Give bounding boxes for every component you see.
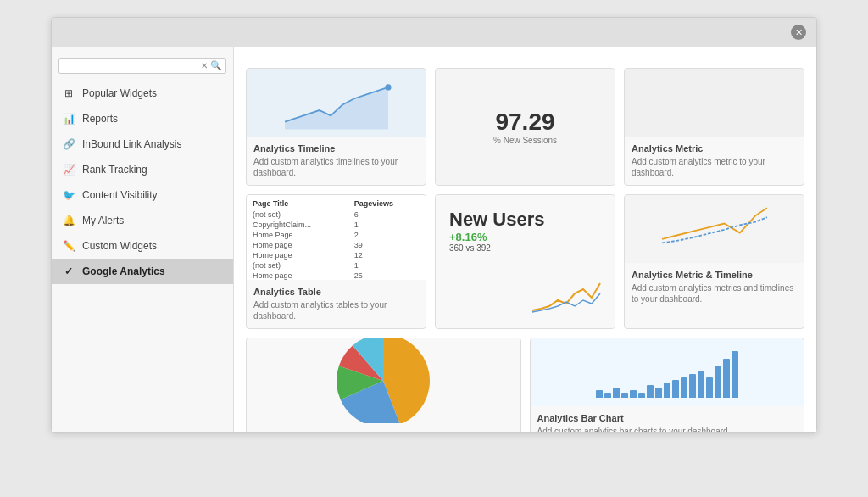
page-wrapper: ✕ ✕ 🔍 ⊞ Popular Widgets 📊 Reports bbox=[0, 0, 868, 433]
widget-row-1: Page TitlePageviews(not set)6CopyrightCl… bbox=[246, 194, 804, 329]
widget-title: Analytics Metric bbox=[632, 143, 797, 154]
widget-row-2: Analytics Pie Chart Add custom analytics… bbox=[246, 338, 804, 432]
widget-title: Analytics Bar Chart bbox=[537, 413, 798, 423]
bar-segment bbox=[698, 371, 704, 398]
clear-search-icon[interactable]: ✕ bbox=[201, 61, 208, 70]
widget-card-analytics-metric-timeline[interactable]: Analytics Metric & Timeline Add custom a… bbox=[624, 194, 804, 329]
widgets-grid: Analytics Timeline Add custom analytics … bbox=[246, 68, 804, 432]
close-area[interactable]: ✕ bbox=[787, 25, 806, 40]
widget-row-0: Analytics Timeline Add custom analytics … bbox=[246, 68, 804, 186]
bar-segment bbox=[689, 374, 696, 398]
sidebar-item-content-visibility[interactable]: 🐦 Content Visibility bbox=[52, 182, 233, 208]
new-users-title: New Users bbox=[449, 209, 601, 231]
link-icon: 🔗 bbox=[62, 137, 75, 151]
bar-segment bbox=[604, 393, 611, 398]
modal: ✕ ✕ 🔍 ⊞ Popular Widgets 📊 Reports bbox=[51, 17, 817, 433]
sidebar-item-popular-widgets[interactable]: ⊞ Popular Widgets bbox=[52, 81, 233, 106]
modal-header: ✕ bbox=[52, 18, 816, 47]
widget-desc: Add custom analytics bar charts to your … bbox=[537, 426, 798, 432]
widget-title: Analytics Metric & Timeline bbox=[632, 270, 797, 280]
chart-icon: 📈 bbox=[62, 163, 75, 176]
bar-segment bbox=[613, 388, 620, 398]
search-input[interactable] bbox=[63, 61, 164, 71]
sidebar-item-google-analytics[interactable]: ✓ Google Analytics bbox=[52, 259, 233, 284]
sidebar-item-label: Custom Widgets bbox=[82, 240, 157, 252]
widget-card-analytics-table[interactable]: Page TitlePageviews(not set)6CopyrightCl… bbox=[246, 194, 426, 329]
sidebar-item-label: InBound Link Analysis bbox=[82, 138, 181, 150]
sidebar-item-label: Reports bbox=[82, 113, 118, 125]
search-bar: ✕ 🔍 bbox=[58, 58, 226, 74]
bar-segment bbox=[672, 380, 679, 398]
sidebar-item-reports[interactable]: 📊 Reports bbox=[52, 106, 233, 131]
widget-desc: Add custom analytics tables to your dash… bbox=[253, 299, 419, 321]
sidebar-item-label: My Alerts bbox=[82, 215, 124, 226]
bar-segment bbox=[715, 366, 721, 398]
sidebar-item-rank-tracking[interactable]: 📈 Rank Tracking bbox=[52, 157, 233, 182]
bar-segment bbox=[621, 393, 628, 398]
bar-segment bbox=[596, 390, 603, 398]
modal-body: ✕ 🔍 ⊞ Popular Widgets 📊 Reports 🔗 InBoun… bbox=[52, 47, 816, 432]
analytics-icon: ✓ bbox=[62, 265, 75, 278]
metric-sub: % New Sessions bbox=[493, 136, 557, 145]
bar-icon: 📊 bbox=[62, 112, 75, 126]
widget-desc: Add custom analytics metric to your dash… bbox=[632, 156, 797, 178]
sidebar-item-custom-widgets[interactable]: ✏️ Custom Widgets bbox=[52, 233, 233, 259]
bar-segment bbox=[638, 393, 645, 398]
metric-value: 97.29 bbox=[495, 109, 554, 136]
sidebar-items-container: ⊞ Popular Widgets 📊 Reports 🔗 InBound Li… bbox=[52, 81, 233, 284]
bar-segment bbox=[630, 390, 637, 398]
page-top-title bbox=[0, 0, 868, 17]
bar-segment bbox=[655, 388, 662, 398]
twitter-icon: 🐦 bbox=[62, 188, 75, 202]
widget-card-analytics-metric-num[interactable]: 97.29 % New Sessions bbox=[435, 68, 615, 186]
bar-segment bbox=[664, 383, 670, 398]
sidebar-item-label: Popular Widgets bbox=[82, 87, 157, 99]
svg-marker-0 bbox=[285, 87, 388, 130]
widget-card-analytics-timeline[interactable]: Analytics Timeline Add custom analytics … bbox=[246, 68, 426, 186]
sidebar-item-label: Content Visibility bbox=[82, 189, 158, 201]
new-users-vs: 360 vs 392 bbox=[449, 243, 601, 253]
bar-segment bbox=[732, 351, 738, 398]
widget-title: Analytics Pie Chart bbox=[253, 430, 514, 432]
bar-segment bbox=[723, 359, 730, 398]
close-button[interactable]: ✕ bbox=[791, 25, 806, 40]
widget-title: Analytics Timeline bbox=[253, 143, 419, 154]
widget-title: Analytics Table bbox=[253, 287, 419, 297]
grid-icon: ⊞ bbox=[62, 87, 75, 100]
new-users-pct: +8.16% bbox=[449, 231, 601, 243]
bar-segment bbox=[706, 377, 713, 398]
sidebar: ✕ 🔍 ⊞ Popular Widgets 📊 Reports 🔗 InBoun… bbox=[52, 47, 234, 432]
sidebar-item-inbound-link[interactable]: 🔗 InBound Link Analysis bbox=[52, 131, 233, 157]
bar-segment bbox=[681, 377, 687, 398]
bar-segment bbox=[647, 385, 654, 398]
svg-point-1 bbox=[385, 84, 391, 90]
widget-desc: Add custom analytics metrics and timelin… bbox=[632, 282, 797, 304]
widget-card-analytics-bar[interactable]: Analytics Bar Chart Add custom analytics… bbox=[530, 338, 805, 432]
widget-desc: Add custom analytics timelines to your d… bbox=[253, 156, 419, 178]
sidebar-item-label: Google Analytics bbox=[82, 265, 165, 277]
widget-card-analytics-metric[interactable]: Analytics Metric Add custom analytics me… bbox=[624, 68, 804, 186]
sidebar-item-label: Rank Tracking bbox=[82, 164, 147, 176]
widget-card-analytics-new-users[interactable]: New Users +8.16% 360 vs 392 bbox=[435, 194, 615, 329]
bell-icon: 🔔 bbox=[62, 214, 75, 227]
search-icon[interactable]: 🔍 bbox=[210, 60, 222, 71]
sidebar-item-my-alerts[interactable]: 🔔 My Alerts bbox=[52, 208, 233, 233]
widget-card-analytics-pie[interactable]: Analytics Pie Chart Add custom analytics… bbox=[246, 338, 521, 432]
pencil-icon: ✏️ bbox=[62, 239, 75, 253]
main-content: Analytics Timeline Add custom analytics … bbox=[234, 47, 816, 432]
